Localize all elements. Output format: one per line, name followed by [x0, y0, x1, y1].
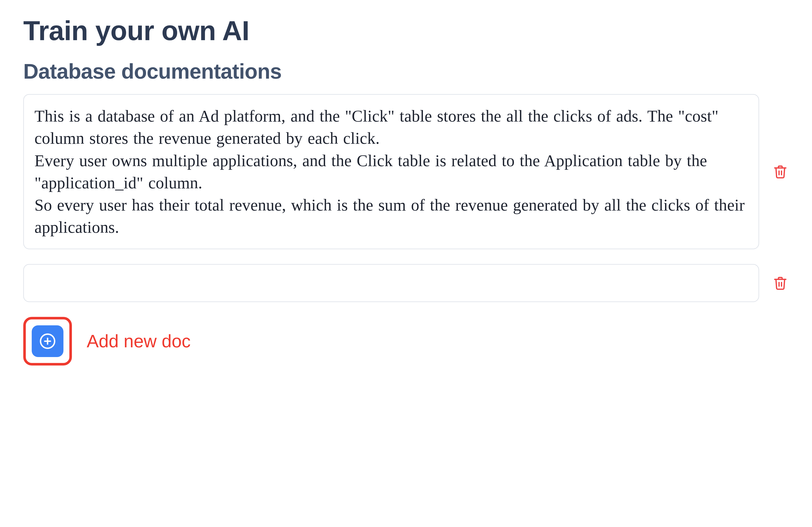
- add-doc-label: Add new doc: [87, 331, 190, 352]
- plus-circle-icon: [39, 333, 56, 350]
- trash-icon: [773, 164, 788, 179]
- doc-row: This is a database of an Ad platform, an…: [23, 94, 789, 249]
- trash-icon: [773, 276, 788, 291]
- doc-row: [23, 264, 789, 302]
- page-title: Train your own AI: [23, 15, 789, 46]
- add-button-highlight: [23, 317, 72, 366]
- doc-textarea[interactable]: This is a database of an Ad platform, an…: [23, 94, 759, 249]
- doc-textarea[interactable]: [23, 264, 759, 302]
- delete-doc-button[interactable]: [772, 163, 789, 180]
- add-doc-button[interactable]: [32, 325, 63, 357]
- add-doc-row: Add new doc: [23, 317, 789, 366]
- section-title: Database documentations: [23, 59, 789, 84]
- delete-doc-button[interactable]: [772, 275, 789, 292]
